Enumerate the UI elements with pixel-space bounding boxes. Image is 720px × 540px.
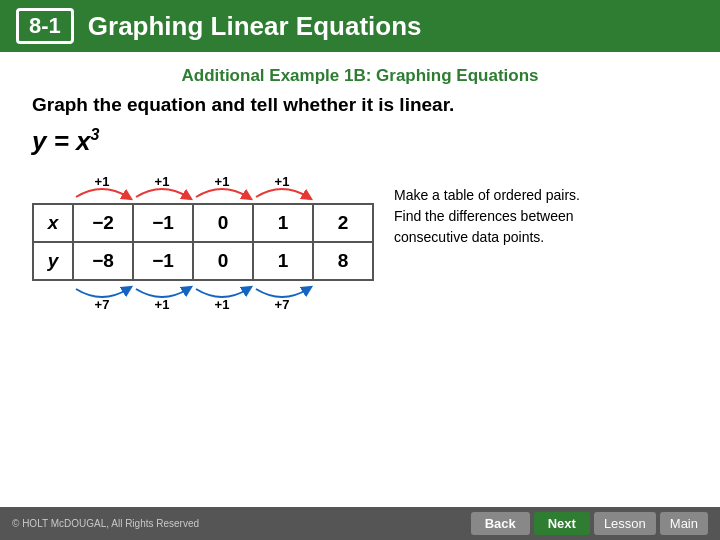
data-table: x −2 −1 0 1 2 y −8 −1 0 1 8 (32, 203, 374, 281)
lesson-button[interactable]: Lesson (594, 512, 656, 535)
copyright: © HOLT McDOUGAL, All Rights Reserved (12, 518, 199, 529)
x-val-2: 0 (193, 204, 253, 242)
svg-text:+1: +1 (215, 175, 230, 189)
x-val-1: −1 (133, 204, 193, 242)
x-val-3: 1 (253, 204, 313, 242)
main-content: Graph the equation and tell whether it i… (0, 94, 720, 311)
bottom-arrows-svg: +7 +1 +1 +7 (74, 283, 316, 311)
x-val-4: 2 (313, 204, 373, 242)
footer: © HOLT McDOUGAL, All Rights Reserved Bac… (0, 507, 720, 540)
y-label: y (33, 242, 73, 280)
equation: y = x3 (32, 126, 688, 157)
footer-buttons: Back Next Lesson Main (471, 512, 708, 535)
table-wrapper: +1 +1 +1 +1 x (32, 175, 374, 311)
x-val-0: −2 (73, 204, 133, 242)
table-row-y: y −8 −1 0 1 8 (33, 242, 373, 280)
y-val-0: −8 (73, 242, 133, 280)
y-val-3: 1 (253, 242, 313, 280)
svg-text:+7: +7 (275, 297, 290, 311)
y-val-4: 8 (313, 242, 373, 280)
svg-text:+1: +1 (215, 297, 230, 311)
x-label: x (33, 204, 73, 242)
equation-exponent: 3 (91, 126, 100, 143)
svg-text:+7: +7 (95, 297, 110, 311)
svg-text:+1: +1 (155, 297, 170, 311)
y-val-2: 0 (193, 242, 253, 280)
equation-text: y = x3 (32, 126, 99, 156)
next-button[interactable]: Next (534, 512, 590, 535)
header-title: Graphing Linear Equations (88, 11, 422, 42)
subtitle: Additional Example 1B: Graphing Equation… (0, 66, 720, 86)
main-button[interactable]: Main (660, 512, 708, 535)
svg-text:+1: +1 (155, 175, 170, 189)
y-val-1: −1 (133, 242, 193, 280)
top-arrows-svg: +1 +1 +1 +1 (74, 175, 316, 203)
graph-title: Graph the equation and tell whether it i… (32, 94, 688, 116)
svg-text:+1: +1 (95, 175, 110, 189)
table-section: +1 +1 +1 +1 x (32, 175, 688, 311)
table-row-x: x −2 −1 0 1 2 (33, 204, 373, 242)
back-button[interactable]: Back (471, 512, 530, 535)
header-bar: 8-1 Graphing Linear Equations (0, 0, 720, 52)
side-note: Make a table of ordered pairs. Find the … (394, 185, 594, 248)
svg-text:+1: +1 (275, 175, 290, 189)
badge: 8-1 (16, 8, 74, 44)
